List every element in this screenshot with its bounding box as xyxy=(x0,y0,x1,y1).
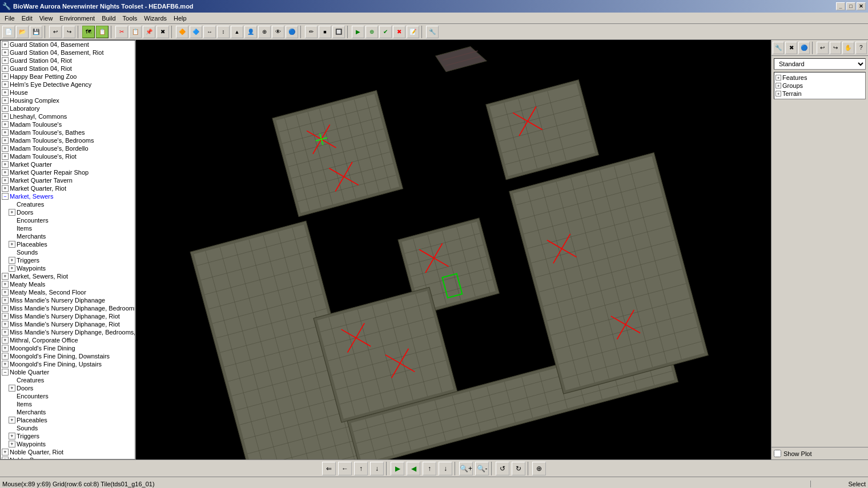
expand-toggle[interactable]: + xyxy=(2,177,9,184)
expand-toggle[interactable]: + xyxy=(2,121,9,128)
menu-build[interactable]: Build xyxy=(98,14,119,23)
toolbar-open[interactable]: 📂 xyxy=(16,26,29,38)
expand-toggle[interactable]: + xyxy=(9,265,15,272)
toolbar-redo[interactable]: ↪ xyxy=(63,26,75,38)
terrain-toggle[interactable]: + xyxy=(775,91,781,96)
area-miss-mandie-riot-2[interactable]: + Miss Mandie's Nursery Diphanage, Riot xyxy=(1,320,135,328)
expand-toggle[interactable]: + xyxy=(2,273,9,280)
expand-toggle[interactable]: − xyxy=(2,369,9,376)
toolbar-b4[interactable]: 👁 xyxy=(272,26,284,38)
area-list[interactable]: + Guard Station 04, Basement + Guard Sta… xyxy=(0,40,135,459)
area-market-quarter-repair[interactable]: + Market Quarter Repair Shop xyxy=(1,168,135,176)
expand-toggle[interactable]: + xyxy=(9,257,15,264)
expand-toggle[interactable]: + xyxy=(2,297,9,304)
expand-toggle[interactable]: + xyxy=(9,417,15,424)
nav-up[interactable]: ↑ xyxy=(354,462,368,475)
area-noble-items[interactable]: Items xyxy=(1,400,135,408)
expand-toggle[interactable]: + xyxy=(9,433,15,439)
area-madam-toulouse-riot[interactable]: + Madam Toulouse's, Riot xyxy=(1,152,135,160)
toolbar-b1[interactable]: ▲ xyxy=(231,26,243,38)
toolbar-new[interactable]: 📄 xyxy=(2,26,15,38)
toolbar-fill[interactable]: ■ xyxy=(319,26,331,38)
toolbar-b2[interactable]: 👤 xyxy=(244,26,257,38)
toolbar-save[interactable]: 💾 xyxy=(30,26,42,38)
features-toggle[interactable]: + xyxy=(775,75,781,80)
expand-toggle[interactable]: + xyxy=(2,321,9,328)
area-market-sewers-sounds[interactable]: Sounds xyxy=(1,248,135,256)
expand-toggle[interactable]: + xyxy=(2,185,9,192)
area-moongold[interactable]: + Moongold's Fine Dining xyxy=(1,344,135,352)
groups-item[interactable]: + Groups xyxy=(775,82,864,90)
toolbar-arrows2[interactable]: ↕ xyxy=(217,26,230,38)
scene-tree[interactable]: + Features + Groups + Terrain xyxy=(774,72,866,99)
area-market-quarter-tavern[interactable]: + Market Quarter Tavern xyxy=(1,176,135,184)
area-market-sewers-riot[interactable]: + Market, Sewers, Riot xyxy=(1,272,135,280)
map-viewport[interactable] xyxy=(136,40,771,459)
expand-toggle[interactable]: + xyxy=(2,65,9,72)
menu-edit[interactable]: Edit xyxy=(18,14,36,23)
right-tb-btn-redo[interactable]: ↪ xyxy=(830,42,841,54)
expand-toggle[interactable]: + xyxy=(2,337,9,344)
expand-toggle[interactable]: + xyxy=(2,41,9,48)
nav-down2[interactable]: ↓ xyxy=(439,462,452,475)
area-guard-station-04-basement[interactable]: + Guard Station 04, Basement xyxy=(1,41,135,49)
expand-toggle[interactable]: + xyxy=(2,169,9,176)
expand-toggle[interactable]: + xyxy=(2,305,9,312)
toolbar-arrows[interactable]: ↔ xyxy=(203,26,216,38)
area-market-sewers-merchants[interactable]: Merchants xyxy=(1,232,135,240)
area-market-quarter-riot[interactable]: + Market Quarter, Riot xyxy=(1,184,135,192)
expand-toggle[interactable]: + xyxy=(2,281,9,288)
expand-toggle[interactable]: + xyxy=(9,441,15,447)
area-miss-mandie-bedrooms[interactable]: + Miss Mandie's Nursery Diphanage, Bedro… xyxy=(1,304,135,312)
menu-wizards[interactable]: Wizards xyxy=(140,14,170,23)
right-tb-btn-2[interactable]: ✖ xyxy=(785,42,797,54)
right-tb-btn-help[interactable]: ? xyxy=(855,42,867,54)
toolbar-green2[interactable]: ⊕ xyxy=(365,26,378,38)
expand-toggle[interactable]: + xyxy=(2,449,9,455)
toolbar-cut[interactable]: ✂ xyxy=(115,26,128,38)
toolbar-paste[interactable]: 📌 xyxy=(143,26,155,38)
area-guard-station-basement-riot[interactable]: + Guard Station 04, Basement, Riot xyxy=(1,49,135,57)
nav-play[interactable]: ▶ xyxy=(391,462,404,475)
area-noble-sounds[interactable]: Sounds xyxy=(1,424,135,432)
expand-toggle[interactable]: + xyxy=(2,137,9,144)
menu-help[interactable]: Help xyxy=(170,14,190,23)
right-tb-btn-undo[interactable]: ↩ xyxy=(817,42,828,54)
expand-toggle[interactable]: + xyxy=(2,353,9,360)
toolbar-b5[interactable]: 🔵 xyxy=(286,26,298,38)
area-lheshayl[interactable]: + Lheshayl, Commons xyxy=(1,112,135,120)
expand-toggle[interactable]: + xyxy=(9,385,15,392)
expand-toggle[interactable]: + xyxy=(2,73,9,80)
area-noble-sewers[interactable]: + Noble, Sewers xyxy=(1,456,135,459)
expand-toggle[interactable]: + xyxy=(2,329,9,336)
nav-down[interactable]: ↓ xyxy=(370,462,384,475)
nav-zoom-in[interactable]: 🔍+ xyxy=(459,462,473,475)
features-item[interactable]: + Features xyxy=(775,74,864,82)
toolbar-module-prop[interactable]: 📋 xyxy=(96,26,108,38)
minimize-button[interactable]: _ xyxy=(836,2,845,10)
area-market-sewers-items[interactable]: Items xyxy=(1,224,135,232)
nav-back[interactable]: ◀ xyxy=(407,462,420,475)
nav-prev[interactable]: ← xyxy=(338,462,352,475)
expand-toggle[interactable]: + xyxy=(2,89,9,96)
area-noble-encounters[interactable]: Encounters xyxy=(1,392,135,400)
area-meaty-meals-second[interactable]: + Meaty Meals, Second Floor xyxy=(1,288,135,296)
area-market-sewers[interactable]: − Market, Sewers xyxy=(1,192,135,200)
nav-first[interactable]: ⇐ xyxy=(322,462,336,475)
menu-tools[interactable]: Tools xyxy=(119,14,141,23)
toolbar-undo[interactable]: ↩ xyxy=(49,26,62,38)
show-plot-checkbox[interactable] xyxy=(774,450,781,457)
toolbar-b3[interactable]: ⊕ xyxy=(258,26,271,38)
toolbar-b6[interactable]: 🔲 xyxy=(332,26,345,38)
area-mithral[interactable]: + Mithral, Corporate Office xyxy=(1,336,135,344)
expand-toggle[interactable]: + xyxy=(2,81,9,88)
maximize-button[interactable]: □ xyxy=(846,2,855,10)
area-noble-placeables[interactable]: + Placeables xyxy=(1,416,135,424)
area-miss-mandie-riot[interactable]: + Miss Mandie's Nursery Diphanage, Riot xyxy=(1,312,135,320)
area-noble-waypoints[interactable]: + Waypoints xyxy=(1,440,135,448)
close-button[interactable]: ✕ xyxy=(857,2,866,10)
nav-zoom-out[interactable]: 🔍- xyxy=(475,462,489,475)
nav-reset[interactable]: ⊕ xyxy=(532,462,546,475)
toolbar-green3[interactable]: ✔ xyxy=(379,26,392,38)
menu-file[interactable]: File xyxy=(1,14,18,23)
